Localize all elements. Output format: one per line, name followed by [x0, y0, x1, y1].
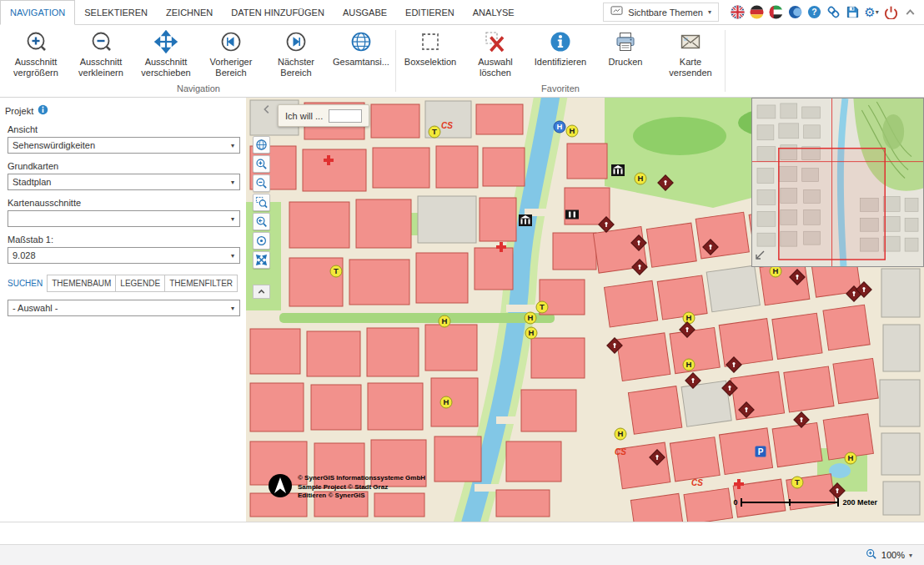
map-canvas[interactable]: HHHHHHHHHHHHTTTTCSCSCSP Ich will ... © S… — [246, 98, 924, 522]
zoom-level: 100% — [881, 550, 905, 560]
scale-end: 200 Meter — [842, 498, 877, 507]
menu-tab-ausgabe[interactable]: AUSGABE — [334, 0, 396, 24]
menu-tab-navigation[interactable]: NAVIGATION — [0, 0, 75, 25]
full-extent-icon — [349, 29, 373, 54]
menu-tab-daten-hinzuf-gen[interactable]: DATEN HINZUFÜGEN — [222, 0, 334, 24]
map-copyright: © SynerGIS Informationssysteme GmbHSampl… — [268, 473, 425, 502]
svg-text:H: H — [638, 174, 644, 183]
svg-text:H: H — [557, 122, 563, 131]
ribbon-button-vorheriger-bereich[interactable]: Vorheriger Bereich — [198, 25, 264, 78]
power-icon[interactable] — [883, 5, 898, 20]
scale-start: 0 — [733, 498, 737, 507]
menu-tab-zeichnen[interactable]: ZEICHNEN — [157, 0, 222, 24]
sidebar-tabs: SUCHENTHEMENBAUMLEGENDETHEMENFILTER — [3, 275, 246, 292]
settings-gear-icon[interactable]: ⚙▾ — [864, 5, 879, 20]
kartenausschnitte-select[interactable]: ▾ — [8, 210, 240, 227]
svg-text:H: H — [528, 313, 534, 322]
search-selection-value: - Auswahl - — [8, 303, 226, 313]
ribbon-button-ausschnitt-verkleinern[interactable]: Ausschnitt verkleinern — [68, 25, 133, 78]
map-tool-zoom-back[interactable] — [253, 213, 270, 230]
sidebar-collapse-button[interactable] — [260, 101, 273, 118]
search-selection-dropdown[interactable]: - Auswahl - ▾ — [8, 300, 240, 316]
identify-icon — [549, 29, 572, 54]
svg-text:CS: CS — [615, 447, 626, 457]
ribbon-button-gesamtansi[interactable]: Gesamtansi... — [329, 25, 394, 68]
visible-themes-button[interactable]: Sichtbare Themen ▾ — [603, 3, 719, 22]
ribbon-button-n-chster-bereich[interactable]: Nächster Bereich — [264, 25, 329, 78]
app-window: NAVIGATIONSELEKTIERENZEICHNENDATEN HINZU… — [0, 0, 924, 565]
svg-text:H: H — [773, 266, 779, 275]
chevron-down-icon: ▾ — [226, 142, 239, 149]
copyright-line: Editieren © SynerGIS — [298, 492, 425, 501]
field-label-ma-stab-1: Maßstab 1: — [8, 235, 246, 245]
link-icon[interactable] — [826, 5, 841, 20]
ribbon-button-drucken[interactable]: Drucken — [593, 25, 658, 68]
svg-text:T: T — [795, 477, 800, 487]
svg-text:T: T — [432, 127, 437, 136]
overview-map[interactable] — [751, 98, 924, 267]
field-label-ansicht: Ansicht — [8, 124, 246, 134]
map-tool-globe[interactable] — [253, 136, 270, 154]
map-tool-zoom-out[interactable] — [253, 174, 270, 192]
chevron-down-icon: ▾ — [226, 252, 239, 260]
i-will-label: Ich will ... — [285, 111, 323, 121]
help-icon[interactable]: ? — [806, 5, 821, 20]
ribbon-button-label: Ausschnitt verkleinern — [68, 57, 133, 78]
ribbon-button-karte-versenden[interactable]: Karte versenden — [658, 25, 723, 78]
map-tool-zoom-extent[interactable] — [253, 251, 270, 269]
ribbon-button-label: Vorheriger Bereich — [198, 57, 264, 78]
flag-de-icon[interactable] — [749, 5, 764, 20]
chevron-down-icon: ▾ — [226, 305, 239, 312]
visible-themes-label: Sichtbare Themen — [628, 8, 703, 18]
zoom-control[interactable]: 100% ▾ — [866, 548, 912, 562]
themes-icon — [610, 6, 623, 18]
ribbon-button-boxselektion[interactable]: Boxselektion — [398, 25, 463, 68]
ribbon-button-identifizieren[interactable]: Identifizieren — [528, 25, 593, 68]
menu-tab-editieren[interactable]: EDITIEREN — [396, 0, 464, 24]
menu-tab-analyse[interactable]: ANALYSE — [464, 0, 524, 24]
sidebar-tab-legende[interactable]: LEGENDE — [115, 275, 165, 292]
ribbon-group-favoriten: BoxselektionAuswahl löschenIdentifiziere… — [398, 25, 723, 97]
map-tool-zoom-in[interactable] — [253, 155, 270, 173]
zoom-icon — [866, 548, 877, 562]
map-tool-zoom-window[interactable] — [253, 194, 270, 211]
copyright-line: © SynerGIS Informationssysteme GmbH — [298, 474, 425, 483]
ribbon-button-label: Identifizieren — [535, 57, 586, 68]
ribbon-button-label: Ausschnitt verschieben — [133, 57, 198, 78]
ribbon-button-ausschnitt-vergr-ern[interactable]: Ausschnitt vergrößern — [3, 25, 68, 78]
menu-tab-selektieren[interactable]: SELEKTIEREN — [75, 0, 157, 24]
svg-text:H: H — [848, 453, 854, 462]
flag-uk-icon[interactable] — [730, 5, 745, 20]
svg-text:T: T — [540, 302, 545, 311]
i-will-input[interactable] — [329, 109, 362, 123]
chevron-down-icon: ▾ — [226, 215, 239, 223]
sidebar-tab-themenbaum[interactable]: THEMENBAUM — [47, 275, 116, 292]
info-icon[interactable] — [38, 104, 48, 117]
map-scroll-up-button[interactable] — [253, 285, 270, 299]
map-toolbar — [253, 136, 270, 269]
ma-stab-1-select[interactable]: 9.028▾ — [8, 247, 240, 264]
chevron-down-icon: ▾ — [708, 8, 711, 16]
overview-resize-icon[interactable] — [755, 249, 766, 264]
scale-bar: 0 200 Meter — [733, 498, 877, 507]
ribbon-button-auswahl-l-schen[interactable]: Auswahl löschen — [463, 25, 528, 78]
menu-tabs: NAVIGATIONSELEKTIERENZEICHNENDATEN HINZU… — [0, 0, 524, 24]
flag-ae-icon[interactable] — [768, 5, 783, 20]
svg-text:H: H — [686, 360, 692, 369]
select-value: Stadtplan — [8, 177, 226, 187]
save-icon[interactable] — [845, 5, 860, 20]
i-will-search[interactable]: Ich will ... — [278, 104, 369, 127]
map-tool-center-point[interactable] — [253, 232, 270, 250]
sidebar-tab-themenfilter[interactable]: THEMENFILTER — [164, 275, 238, 292]
project-label: Projekt — [5, 106, 33, 116]
north-arrow-logo — [268, 473, 293, 502]
ribbon-button-ausschnitt-verschieben[interactable]: Ausschnitt verschieben — [133, 25, 198, 78]
crescent-logo-icon[interactable] — [787, 5, 802, 20]
bottom-gap — [0, 522, 924, 544]
svg-text:H: H — [529, 328, 535, 337]
ansicht-select[interactable]: Sehenswürdigkeiten▾ — [8, 137, 240, 154]
sidebar-tab-suchen[interactable]: SUCHEN — [3, 275, 48, 292]
grundkarten-select[interactable]: Stadtplan▾ — [8, 174, 240, 190]
collapse-up-icon[interactable] — [902, 5, 917, 20]
select-value: 9.028 — [8, 250, 226, 260]
